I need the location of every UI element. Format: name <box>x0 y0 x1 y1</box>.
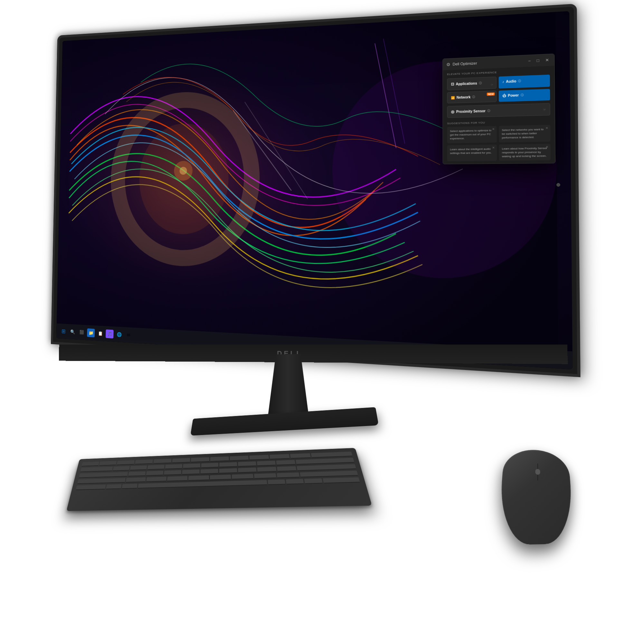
key-alt-l[interactable] <box>122 484 137 489</box>
audio-info-icon: ⓘ <box>518 79 521 83</box>
key-shift-r[interactable] <box>300 470 358 477</box>
key[interactable] <box>257 461 276 466</box>
key[interactable] <box>201 463 218 468</box>
start-button[interactable]: ⊞ <box>60 327 67 336</box>
key-fn[interactable] <box>286 479 304 484</box>
key[interactable] <box>238 461 256 467</box>
key[interactable] <box>167 476 187 481</box>
minimize-button[interactable]: − <box>526 58 532 64</box>
key[interactable] <box>188 475 209 481</box>
applications-label: Applications <box>456 81 477 86</box>
key[interactable] <box>165 464 182 469</box>
proximity-suggestion-close[interactable]: ✕ <box>545 145 548 148</box>
key[interactable] <box>270 454 290 459</box>
taskbar-icon-edge[interactable]: 🌐 <box>115 330 123 339</box>
key[interactable] <box>183 463 200 469</box>
network-info-icon: ⓘ <box>472 95 475 99</box>
network-label: Network <box>457 95 470 99</box>
proximity-suggestion-card[interactable]: Learn about how Proximity Sensor respond… <box>499 144 551 161</box>
key[interactable] <box>277 472 299 478</box>
close-button[interactable]: ✕ <box>544 57 551 63</box>
key[interactable] <box>277 466 296 472</box>
audio-icon: ♪ <box>502 80 504 84</box>
audio-tile-title: ♪ Audio ⓘ <box>502 78 546 84</box>
key-enter[interactable] <box>297 464 356 471</box>
key[interactable] <box>113 466 130 471</box>
key[interactable] <box>210 475 231 480</box>
key[interactable] <box>99 461 117 466</box>
key[interactable] <box>153 459 171 464</box>
key-enter-top[interactable] <box>296 458 354 465</box>
key[interactable] <box>147 465 164 470</box>
keyboard[interactable] <box>66 448 372 511</box>
key-win[interactable] <box>106 484 122 489</box>
key-menu[interactable] <box>304 478 323 484</box>
key[interactable] <box>191 457 209 462</box>
key[interactable] <box>250 455 269 460</box>
key-alt-r[interactable] <box>268 479 285 485</box>
network-suggestion-close[interactable]: ✕ <box>545 126 548 130</box>
taskbar-icon-email[interactable]: ✉ <box>125 330 133 339</box>
keyboard-rows <box>71 448 366 494</box>
taskbar-icon-notes[interactable]: 📋 <box>96 329 104 338</box>
proximity-info-icon: ⓘ <box>487 109 490 113</box>
audio-suggestion-close[interactable]: ✕ <box>492 146 495 149</box>
key[interactable] <box>146 477 166 482</box>
proximity-suggestion-text: Learn about how Proximity Sensor respond… <box>502 146 548 158</box>
key[interactable] <box>210 456 229 461</box>
key[interactable] <box>276 460 296 465</box>
suggestions-section: SUGGESTIONS FOR YOU Select applications … <box>443 118 555 164</box>
monitor-power-button[interactable] <box>556 183 560 187</box>
key-ctrl-l[interactable] <box>76 485 106 490</box>
mouse-scroll-wheel[interactable] <box>535 469 540 475</box>
key-shift-l[interactable] <box>77 478 126 484</box>
key[interactable] <box>128 471 146 477</box>
key[interactable] <box>182 469 200 475</box>
window-body: ELEVATE YOUR PC EXPERIENCE ⊡ Application… <box>443 66 555 164</box>
applications-tile[interactable]: ⊡ Applications ⓘ ☞ <box>447 77 497 90</box>
network-suggestion-card[interactable]: Select the networks you want to be switc… <box>499 125 550 142</box>
power-tile[interactable]: ⏻ Power ⓘ <box>499 89 550 102</box>
power-label: Power <box>508 93 519 98</box>
mouse[interactable] <box>497 447 575 545</box>
key[interactable] <box>126 477 146 482</box>
key[interactable] <box>81 461 99 466</box>
network-tile[interactable]: 📶 Network ⓘ NEW <box>447 91 497 104</box>
key[interactable] <box>219 468 237 474</box>
key-ctrl-r[interactable] <box>323 477 360 483</box>
maximize-button[interactable]: □ <box>535 57 541 64</box>
key-backspace[interactable] <box>311 451 353 458</box>
key[interactable] <box>219 462 237 467</box>
audio-suggestion-card[interactable]: Learn about the intelligent audio settin… <box>447 144 497 161</box>
taskbar-icon-files[interactable]: 📁 <box>87 328 95 337</box>
key[interactable] <box>238 468 257 473</box>
proximity-tile[interactable]: ◎ Proximity Sensor ⓘ ☞ <box>447 103 550 118</box>
audio-label: Audio <box>506 79 516 83</box>
proximity-row: ◎ Proximity Sensor ⓘ ☞ <box>443 103 554 121</box>
key[interactable] <box>164 470 181 475</box>
applications-tile-title: ⊡ Applications ⓘ <box>451 81 492 86</box>
key[interactable] <box>200 469 218 474</box>
key[interactable] <box>254 473 276 478</box>
key[interactable] <box>130 465 147 470</box>
window-title-area: ⚙ Dell Optimizer <box>446 61 477 67</box>
key[interactable] <box>230 456 249 461</box>
taskview-button[interactable]: ⬛ <box>78 328 86 337</box>
app-suggestion-close[interactable]: ✕ <box>492 128 495 131</box>
suggestions-grid: Select applications to optimize to get t… <box>447 125 551 161</box>
key[interactable] <box>172 458 190 463</box>
app-suggestion-card[interactable]: Select applications to optimize to get t… <box>447 126 497 143</box>
taskbar-icon-media[interactable]: 🎵 <box>106 329 114 338</box>
audio-tile[interactable]: ♪ Audio ⓘ <box>499 75 550 89</box>
suggestions-header: SUGGESTIONS FOR YOU <box>447 119 550 125</box>
proximity-label: Proximity Sensor <box>456 109 486 114</box>
key[interactable] <box>232 474 253 479</box>
key[interactable] <box>290 453 310 459</box>
key[interactable] <box>257 467 276 472</box>
key[interactable] <box>146 471 163 476</box>
search-button[interactable]: 🔍 <box>69 327 76 336</box>
key[interactable] <box>117 460 135 465</box>
key-tab[interactable] <box>80 467 113 472</box>
key-caps[interactable] <box>79 472 128 478</box>
key[interactable] <box>135 459 153 465</box>
